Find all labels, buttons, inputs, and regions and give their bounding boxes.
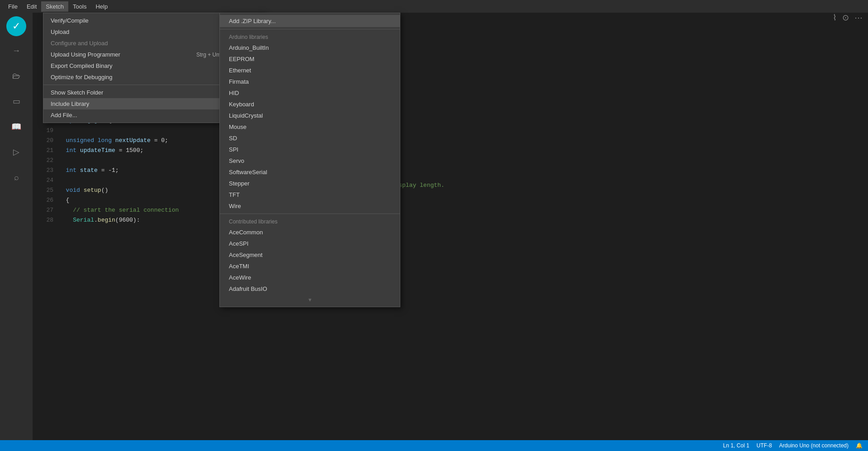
- lib-acecommon[interactable]: AceCommon: [220, 227, 400, 238]
- lib-acetmi[interactable]: AceTMI: [220, 261, 400, 272]
- menu-file[interactable]: File: [4, 1, 22, 12]
- submenu-sep-2: [220, 214, 400, 214]
- lib-softwareserial[interactable]: SoftwareSerial: [220, 166, 400, 178]
- lib-firmata[interactable]: Firmata: [220, 76, 400, 87]
- topright-icons: ⌇ ⊙ ⋯: [833, 13, 863, 23]
- board-name: Arduino Uno (not connected): [779, 442, 849, 449]
- lib-liquidcrystal[interactable]: LiquidCrystal: [220, 110, 400, 121]
- scroll-down-indicator: ▾: [220, 294, 400, 305]
- add-zip-library-item[interactable]: Add .ZIP Library...: [220, 15, 400, 27]
- menu-edit[interactable]: Edit: [22, 1, 41, 12]
- lib-ethernet[interactable]: Ethernet: [220, 65, 400, 76]
- search-top-icon[interactable]: ⊙: [842, 13, 849, 23]
- menu-help[interactable]: Help: [91, 1, 112, 12]
- more-options-icon[interactable]: ⋯: [854, 13, 863, 23]
- signal-icon[interactable]: ⌇: [833, 13, 837, 23]
- lib-keyboard[interactable]: Keyboard: [220, 99, 400, 110]
- lib-arduino-builtin[interactable]: Arduino_BuiltIn: [220, 42, 400, 53]
- arduino-libraries-header: Arduino libraries: [220, 31, 400, 42]
- board-sidebar-icon[interactable]: ▭: [5, 90, 27, 112]
- library-sidebar-icon[interactable]: 📖: [5, 116, 27, 138]
- contributed-libraries-header: Contributed libraries: [220, 216, 400, 227]
- notification-icon[interactable]: 🔔: [856, 442, 863, 449]
- lib-acespi[interactable]: AceSPI: [220, 238, 400, 249]
- submenu-sep-1: [220, 29, 400, 29]
- menu-tools[interactable]: Tools: [68, 1, 91, 12]
- upload-sidebar-icon[interactable]: →: [5, 40, 27, 62]
- folder-sidebar-icon[interactable]: 🗁: [5, 65, 27, 87]
- menubar: File Edit Sketch Tools Help: [0, 0, 868, 13]
- debug-sidebar-icon[interactable]: ▷: [5, 141, 27, 163]
- include-library-submenu: Add .ZIP Library... Arduino libraries Ar…: [219, 13, 400, 307]
- encoding: UTF-8: [757, 442, 772, 449]
- lib-acesegment[interactable]: AceSegment: [220, 249, 400, 261]
- lib-spi[interactable]: SPI: [220, 144, 400, 155]
- lib-eeprom[interactable]: EEPROM: [220, 53, 400, 65]
- menu-sketch[interactable]: Sketch: [41, 1, 68, 12]
- verify-icon[interactable]: ✓: [6, 16, 26, 36]
- lib-hid[interactable]: HID: [220, 87, 400, 99]
- sidebar: ✓ → 🗁 ▭ 📖 ▷ ⌕: [0, 13, 33, 451]
- lib-acewire[interactable]: AceWire: [220, 272, 400, 283]
- cursor-position: Ln 1, Col 1: [723, 442, 749, 449]
- lib-tft[interactable]: TFT: [220, 189, 400, 200]
- lib-mouse[interactable]: Mouse: [220, 121, 400, 133]
- lib-servo[interactable]: Servo: [220, 155, 400, 166]
- search-sidebar-icon[interactable]: ⌕: [5, 166, 27, 188]
- lib-wire[interactable]: Wire: [220, 200, 400, 212]
- lib-adafruit-busio[interactable]: Adafruit BusIO: [220, 283, 400, 294]
- statusbar: Ln 1, Col 1 UTF-8 Arduino Uno (not conne…: [0, 440, 868, 451]
- lib-stepper[interactable]: Stepper: [220, 178, 400, 189]
- lib-sd[interactable]: SD: [220, 133, 400, 144]
